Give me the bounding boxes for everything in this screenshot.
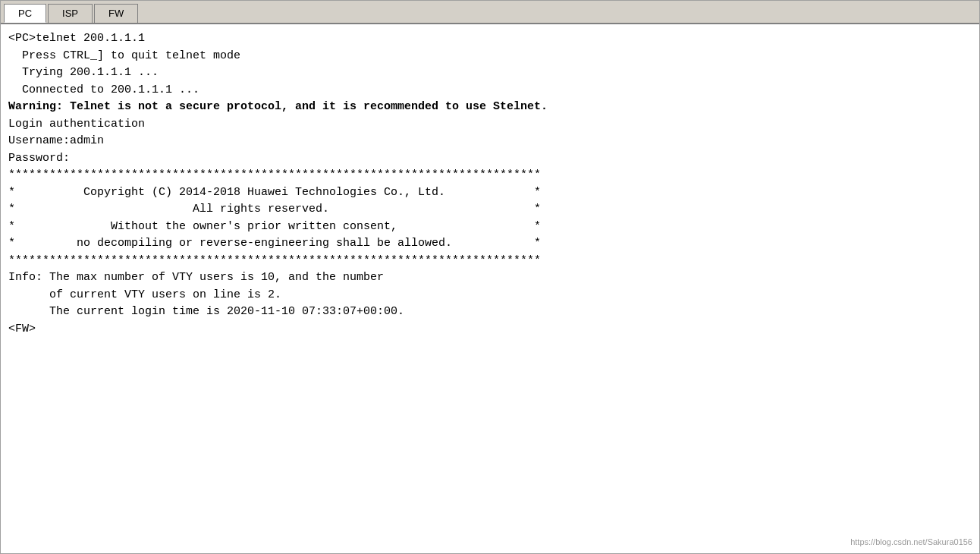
tab-isp[interactable]: ISP: [48, 4, 93, 23]
terminal-line: Warning: Telnet is not a secure protocol…: [8, 99, 972, 116]
terminal-line: The current login time is 2020-11-10 07:…: [8, 304, 972, 321]
terminal-line: Password:: [8, 150, 972, 168]
terminal-line: Info: The max number of VTY users is 10,…: [8, 269, 972, 287]
terminal-line: of current VTY users on line is 2.: [8, 287, 972, 304]
terminal-line: <PC>telnet 200.1.1.1: [8, 30, 972, 48]
terminal-line: * no decompiling or reverse-engineering …: [8, 235, 972, 253]
terminal-line: * All rights reserved. *: [8, 201, 972, 219]
terminal-line: Username:admin: [8, 133, 972, 150]
terminal-line: * Without the owner's prior written cons…: [8, 219, 972, 236]
tab-fw[interactable]: FW: [94, 4, 138, 23]
terminal-line: * Copyright (C) 2014-2018 Huawei Technol…: [8, 184, 972, 202]
terminal-area[interactable]: <PC>telnet 200.1.1.1 Press CTRL_] to qui…: [1, 24, 979, 553]
terminal-line: Trying 200.1.1.1 ...: [8, 65, 972, 82]
tab-bar: PCISPFW: [1, 1, 979, 24]
terminal-line: ****************************************…: [8, 167, 972, 184]
terminal-line: Login authentication: [8, 116, 972, 134]
tab-pc[interactable]: PC: [4, 4, 46, 23]
terminal-line: Press CTRL_] to quit telnet mode: [8, 48, 972, 65]
terminal-line: Connected to 200.1.1.1 ...: [8, 82, 972, 99]
main-window: PCISPFW <PC>telnet 200.1.1.1 Press CTRL_…: [0, 0, 980, 554]
terminal-line: ****************************************…: [8, 253, 972, 270]
terminal-line: <FW>: [8, 321, 972, 338]
